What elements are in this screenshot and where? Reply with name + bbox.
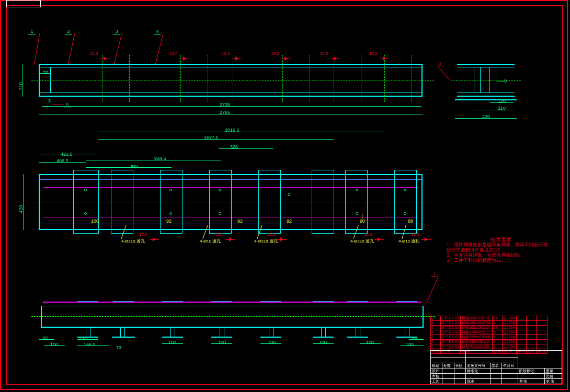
b110-l xyxy=(77,339,98,340)
elev-cv6 xyxy=(282,55,283,102)
dim-s210-line xyxy=(474,110,515,110)
foot1wr xyxy=(90,328,90,337)
foot3b xyxy=(211,337,232,338)
dim-934-l xyxy=(86,160,221,160)
elev-top-flange xyxy=(39,64,423,65)
hd-100: 100 xyxy=(91,218,99,224)
dim-406-l xyxy=(39,162,86,163)
dim-h420-l xyxy=(23,174,24,230)
callout-4: 4-Ø310 通孔 xyxy=(350,238,374,244)
side-top-f2 xyxy=(457,67,515,67)
dim-210: 210 xyxy=(18,82,24,90)
plan-bot xyxy=(39,229,423,230)
elev-cv2 xyxy=(129,55,130,102)
hd-92a: 92 xyxy=(166,218,172,224)
dim-70: 70 xyxy=(43,70,48,75)
plan-col5l xyxy=(258,170,259,234)
dim-1677-l xyxy=(98,139,334,140)
hole-2 xyxy=(84,212,87,215)
plan-col5 xyxy=(258,170,280,170)
elev-cv5 xyxy=(233,55,233,102)
foot5wr xyxy=(325,328,326,337)
plan-col7r xyxy=(367,170,368,234)
foot4wr xyxy=(273,328,273,337)
plan-col7l xyxy=(345,170,346,234)
dim-554-l xyxy=(86,167,172,168)
balloon-2: 2 xyxy=(65,29,72,34)
detail-tab xyxy=(6,0,41,7)
elev-bot-flange xyxy=(39,96,423,97)
elev-cv7 xyxy=(310,55,310,102)
foot2b xyxy=(162,337,183,338)
hole-8 xyxy=(356,189,358,191)
b100l-l xyxy=(44,345,65,346)
plan-col1b xyxy=(73,233,98,234)
foot6wl xyxy=(356,328,356,337)
plan-col6r xyxy=(334,170,334,234)
callout-1: 4-Ø310 通孔 xyxy=(121,238,145,244)
bom-table: 7SYTDZ-07槽钢180x70x21014Q235A 6SYTDZ-06槽钢… xyxy=(430,316,548,354)
plan-col1 xyxy=(73,170,98,170)
dim-421-l xyxy=(39,155,98,155)
dim-9: 9 xyxy=(504,78,507,84)
bom-row-4: 4SYTDZ-04钢板234x420x125Q235A xyxy=(431,330,548,335)
dim-70-line xyxy=(39,73,50,74)
plan-col3b xyxy=(160,233,182,234)
dim-554: 554 xyxy=(131,164,139,169)
foot1acut xyxy=(120,328,121,337)
plan-col8 xyxy=(394,170,416,170)
plan-bot2 xyxy=(39,224,423,224)
foot1 xyxy=(81,328,95,328)
foot2wr xyxy=(175,328,175,337)
foot7wl xyxy=(405,328,405,337)
plan-col4r xyxy=(231,170,232,234)
notes-3: 3、工件下料出料精度为±5。 xyxy=(447,257,506,264)
hole-4 xyxy=(169,212,172,215)
plan-col4 xyxy=(209,170,231,170)
plan-col8r xyxy=(416,170,417,234)
foot4b xyxy=(260,337,281,338)
dim-2765-line xyxy=(39,114,423,114)
balloon-1: 1 xyxy=(28,29,36,34)
b85l: 85 xyxy=(43,336,48,341)
plan-col3r xyxy=(182,170,183,234)
dim-210-line xyxy=(22,64,22,97)
plan-top2 xyxy=(39,179,423,180)
plan-col6b xyxy=(312,233,334,234)
b100-5-l xyxy=(313,343,334,344)
foot5b xyxy=(313,337,334,338)
elev-cv4 xyxy=(208,55,208,102)
plan-top xyxy=(39,174,423,175)
hole-3 xyxy=(169,189,172,191)
plan-mag-t xyxy=(43,187,418,188)
balloon-7: 7 xyxy=(431,271,438,276)
elev-bot-flange2 xyxy=(39,93,423,93)
title-block: 标记处数分区更改文件号签名年月日 设计标准化阶段标记重量 审核比例 工艺批准共 … xyxy=(430,350,562,384)
foot3t xyxy=(211,301,232,302)
b100-5: 100 xyxy=(319,340,327,345)
side-top-f xyxy=(457,64,515,65)
foot1ab xyxy=(112,337,135,338)
hd-90-lead xyxy=(362,214,362,220)
side-bot-f xyxy=(457,93,515,93)
bom-row-2: 2SYTDZ-02钢板332x420x121Q235A xyxy=(431,340,548,344)
elev-cv1 xyxy=(102,55,102,102)
plan-col3l xyxy=(160,170,161,234)
hole-7 xyxy=(288,193,290,196)
hd-88: 88 xyxy=(408,218,413,224)
b110: 110 xyxy=(79,336,87,341)
plan-col6 xyxy=(312,170,334,170)
hd-90: 90 xyxy=(360,218,365,224)
dim-3: 3 xyxy=(48,98,51,103)
foot2wl xyxy=(170,328,171,337)
callout-5: 4-Ø10 通孔 xyxy=(398,238,419,244)
b166: 166.5 xyxy=(84,342,96,347)
dim-2016-l xyxy=(98,132,384,132)
foot2t xyxy=(162,301,183,302)
hole-5 xyxy=(219,189,221,191)
hole-1 xyxy=(84,189,87,191)
elev-cv8 xyxy=(334,55,334,102)
plan-col2r xyxy=(133,170,133,234)
foot4t xyxy=(260,301,281,302)
plan-axis xyxy=(31,202,434,202)
